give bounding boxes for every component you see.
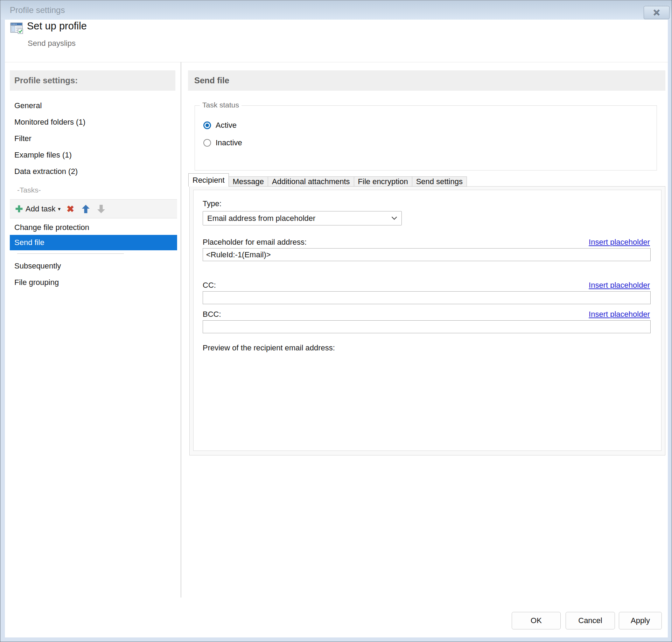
section-title: Send file — [188, 70, 665, 91]
task-status-legend: Task status — [200, 101, 241, 109]
sidebar-item-filter[interactable]: Filter — [10, 131, 175, 146]
insert-placeholder-link-recipient[interactable]: Insert placeholder — [589, 238, 650, 247]
move-task-down-button[interactable] — [93, 201, 109, 217]
setup-profile-icon — [10, 21, 23, 35]
close-button[interactable]: ✕ — [644, 6, 670, 19]
radio-unselected-icon — [203, 139, 211, 147]
add-task-button[interactable]: Add task ▾ — [13, 201, 63, 217]
tasks-toolbar: Add task ▾ ✖ — [10, 199, 177, 218]
plus-icon — [15, 205, 23, 212]
tab-message[interactable]: Message — [229, 176, 268, 187]
sidebar-header: Profile settings: — [10, 70, 175, 91]
cc-input[interactable] — [203, 291, 651, 304]
tab-strip: Recipient Message Additional attachments… — [188, 173, 467, 187]
cc-label: CC: — [203, 281, 216, 290]
delete-icon: ✖ — [66, 204, 74, 214]
tab-additional-attachments[interactable]: Additional attachments — [268, 176, 354, 187]
placeholder-email-label: Placeholder for email address: — [203, 238, 307, 247]
cancel-button[interactable]: Cancel — [566, 612, 615, 629]
radio-selected-icon — [203, 121, 211, 129]
type-dropdown[interactable]: Email address from placeholder — [203, 211, 402, 225]
type-label: Type: — [203, 199, 222, 208]
tab-recipient[interactable]: Recipient — [188, 173, 229, 187]
sidebar-item-file-grouping[interactable]: File grouping — [10, 275, 175, 290]
bcc-label: BCC: — [203, 310, 221, 319]
arrow-up-icon — [82, 204, 90, 214]
sidebar-divider — [17, 253, 124, 254]
sidebar-item-general[interactable]: General — [10, 98, 175, 113]
task-item-change-file-protection[interactable]: Change file protection — [10, 220, 175, 235]
sidebar-separator — [181, 62, 181, 598]
tab-send-settings[interactable]: Send settings — [412, 176, 467, 187]
chevron-down-icon: ▾ — [58, 206, 61, 212]
placeholder-email-input[interactable] — [203, 248, 651, 261]
insert-placeholder-link-bcc[interactable]: Insert placeholder — [589, 310, 650, 319]
window-title: Profile settings — [10, 1, 65, 20]
ok-button[interactable]: OK — [512, 612, 561, 629]
preview-label: Preview of the recipient email address: — [203, 343, 335, 353]
close-icon: ✕ — [653, 8, 660, 17]
sidebar-item-monitored-folders[interactable]: Monitored folders (1) — [10, 115, 175, 130]
task-status-groupbox: Task status Active Inactive — [195, 105, 657, 170]
delete-task-button[interactable]: ✖ — [63, 201, 78, 217]
sidebar-item-data-extraction[interactable]: Data extraction (2) — [10, 164, 175, 179]
header-divider — [5, 62, 668, 62]
sidebar-item-subsequently[interactable]: Subsequently — [10, 259, 175, 273]
arrow-down-icon — [97, 204, 105, 214]
insert-placeholder-link-cc[interactable]: Insert placeholder — [589, 281, 650, 290]
task-item-send-file-selected[interactable]: Send file — [10, 235, 177, 250]
sidebar-item-example-files[interactable]: Example files (1) — [10, 148, 175, 162]
chevron-down-icon — [391, 216, 397, 220]
profile-settings-dialog: Profile settings ✕ Set up profile Send p… — [0, 0, 672, 642]
type-dropdown-value: Email address from placeholder — [207, 214, 315, 223]
tasks-section-label: -Tasks- — [17, 184, 41, 196]
title-bar: Profile settings ✕ — [1, 1, 672, 20]
page-title: Set up profile — [27, 20, 87, 32]
tab-file-encryption[interactable]: File encryption — [354, 176, 412, 187]
radio-inactive-label: Inactive — [216, 138, 242, 147]
move-task-up-button[interactable] — [78, 201, 93, 217]
radio-inactive[interactable]: Inactive — [203, 138, 242, 148]
apply-button[interactable]: Apply — [619, 612, 662, 629]
bcc-input[interactable] — [203, 320, 651, 333]
radio-active-label: Active — [216, 121, 237, 130]
add-task-label: Add task — [26, 204, 56, 214]
page-subtitle: Send payslips — [28, 39, 76, 48]
radio-active[interactable]: Active — [203, 120, 237, 130]
